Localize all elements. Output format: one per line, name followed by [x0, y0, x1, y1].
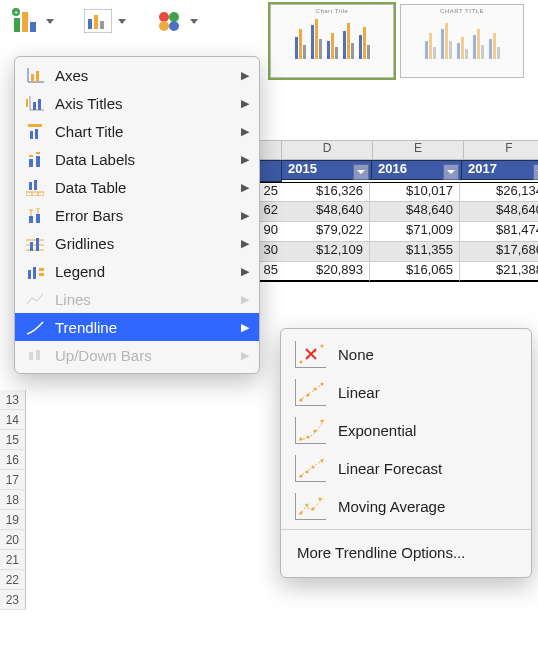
lines-icon — [25, 290, 45, 308]
quick-layout-button[interactable] — [84, 9, 126, 33]
row-headers: 13 14 15 16 17 18 19 20 21 22 23 — [0, 390, 26, 610]
submenu-item-linear[interactable]: Linear — [281, 373, 531, 411]
menu-item-label: Lines — [55, 291, 91, 308]
trendline-icon — [25, 318, 45, 336]
submenu-arrow-icon: ▶ — [241, 265, 249, 278]
svg-point-10 — [169, 12, 179, 22]
svg-rect-49 — [29, 352, 33, 360]
row-header[interactable]: 14 — [0, 410, 26, 430]
submenu-item-linear-forecast[interactable]: Linear Forecast — [281, 449, 531, 487]
menu-item-gridlines[interactable]: Gridlines▶ — [15, 229, 259, 257]
table-row[interactable]: 30$12,109$11,355$17,686 — [258, 242, 538, 262]
svg-rect-15 — [31, 74, 34, 82]
column-header[interactable]: E — [373, 140, 464, 160]
year-header-cell[interactable]: 2016 — [372, 160, 462, 180]
table-row[interactable]: 25$16,326$10,017$26,134 — [258, 182, 538, 202]
svg-point-9 — [159, 12, 169, 22]
submenu-arrow-icon: ▶ — [241, 97, 249, 110]
column-header-spacer — [258, 140, 282, 160]
svg-rect-24 — [35, 129, 38, 139]
year-header-cell[interactable]: 2015 — [282, 160, 372, 180]
svg-point-11 — [159, 21, 169, 31]
row-header[interactable]: 15 — [0, 430, 26, 450]
table-row[interactable]: 85$20,893$16,065$21,388 — [258, 262, 538, 282]
row-header[interactable]: 20 — [0, 530, 26, 550]
filter-icon[interactable] — [353, 164, 369, 180]
row-header[interactable]: 22 — [0, 570, 26, 590]
column-header[interactable]: F — [464, 140, 538, 160]
chart-style-2[interactable]: CHART TITLE — [400, 4, 524, 78]
menu-item-label: Axes — [55, 67, 88, 84]
row-header[interactable]: 13 — [0, 390, 26, 410]
svg-rect-29 — [29, 182, 32, 190]
submenu-more-options[interactable]: More Trendline Options... — [281, 534, 531, 571]
updown-bars-icon — [25, 346, 45, 364]
add-chart-element-menu: Axes▶ Axis Titles▶ Chart Title▶ Data Lab… — [14, 56, 260, 374]
menu-item-updown-bars: Up/Down Bars▶ — [15, 341, 259, 369]
axes-icon — [25, 66, 45, 84]
svg-rect-45 — [28, 270, 31, 279]
svg-point-51 — [300, 360, 303, 363]
axis-titles-icon — [25, 94, 45, 112]
data-grid[interactable]: D E F 2015 2016 2017 25$16,326$10,017$26… — [258, 140, 538, 282]
svg-rect-47 — [39, 268, 44, 271]
year-header-cell[interactable]: 2017 — [462, 160, 538, 180]
menu-item-error-bars[interactable]: Error Bars▶ — [15, 201, 259, 229]
chevron-down-icon — [118, 19, 126, 24]
svg-rect-7 — [94, 15, 98, 29]
svg-rect-22 — [28, 124, 42, 127]
menu-item-label: Up/Down Bars — [55, 347, 152, 364]
svg-point-64 — [314, 429, 317, 432]
menu-item-chart-title[interactable]: Chart Title▶ — [15, 117, 259, 145]
row-header[interactable]: 21 — [0, 550, 26, 570]
menu-item-trendline[interactable]: Trendline▶ — [15, 313, 259, 341]
submenu-item-moving-average[interactable]: Moving Average — [281, 487, 531, 525]
filter-icon[interactable] — [443, 164, 459, 180]
submenu-arrow-icon: ▶ — [241, 293, 249, 306]
row-header[interactable]: 18 — [0, 490, 26, 510]
row-header[interactable]: 17 — [0, 470, 26, 490]
svg-point-72 — [306, 503, 309, 506]
table-row[interactable]: 90$79,022$71,009$81,474 — [258, 222, 538, 242]
trend-linear-forecast-icon — [295, 455, 326, 482]
trend-moving-average-icon — [295, 493, 326, 520]
svg-rect-50 — [36, 350, 40, 360]
data-labels-icon — [25, 150, 45, 168]
svg-point-54 — [321, 344, 324, 347]
submenu-arrow-icon: ▶ — [241, 209, 249, 222]
svg-rect-35 — [36, 214, 40, 223]
row-header[interactable]: 16 — [0, 450, 26, 470]
error-bars-icon — [25, 206, 45, 224]
trend-exponential-icon — [295, 417, 326, 444]
add-chart-element-button[interactable]: + — [12, 8, 54, 34]
change-colors-button[interactable] — [156, 9, 198, 33]
menu-item-label: Gridlines — [55, 235, 114, 252]
menu-item-data-labels[interactable]: Data Labels▶ — [15, 145, 259, 173]
row-header[interactable]: 19 — [0, 510, 26, 530]
trend-none-icon — [295, 341, 326, 368]
menu-item-label: Data Table — [55, 179, 126, 196]
menu-item-label: Trendline — [55, 319, 117, 336]
svg-rect-23 — [30, 131, 33, 139]
submenu-item-label: Linear — [338, 384, 380, 401]
submenu-arrow-icon: ▶ — [241, 349, 249, 362]
submenu-item-label: Linear Forecast — [338, 460, 442, 477]
column-header[interactable]: D — [282, 140, 373, 160]
menu-item-legend[interactable]: Legend▶ — [15, 257, 259, 285]
submenu-item-label: Moving Average — [338, 498, 445, 515]
chart-style-1[interactable]: Chart Title — [270, 4, 394, 78]
svg-rect-20 — [33, 102, 36, 110]
submenu-arrow-icon: ▶ — [241, 237, 249, 250]
menu-item-data-table[interactable]: Data Table▶ — [15, 173, 259, 201]
menu-item-axis-titles[interactable]: Axis Titles▶ — [15, 89, 259, 117]
submenu-item-exponential[interactable]: Exponential — [281, 411, 531, 449]
submenu-item-none[interactable]: None — [281, 335, 531, 373]
chevron-down-icon — [46, 19, 54, 24]
svg-line-69 — [299, 459, 324, 477]
filter-icon[interactable] — [533, 164, 538, 180]
menu-item-axes[interactable]: Axes▶ — [15, 61, 259, 89]
svg-rect-6 — [88, 19, 92, 29]
submenu-arrow-icon: ▶ — [241, 125, 249, 138]
row-header[interactable]: 23 — [0, 590, 26, 610]
table-row[interactable]: 62$48,640$48,640$48,640 — [258, 202, 538, 222]
